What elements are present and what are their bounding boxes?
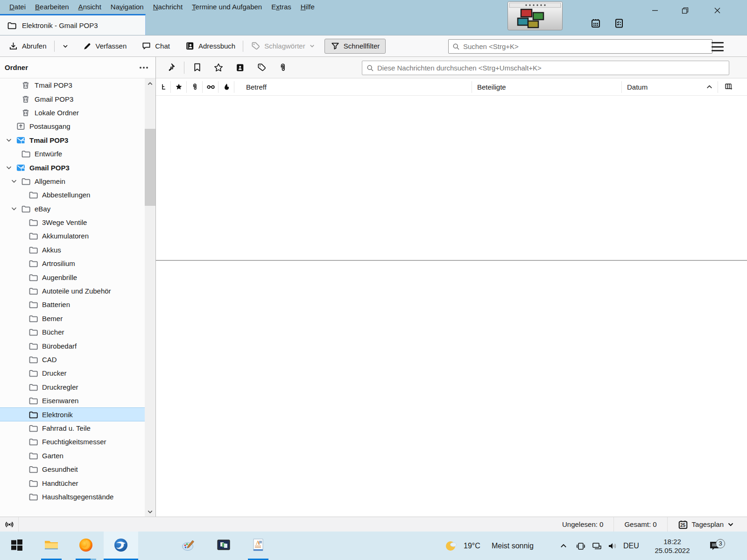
folder-row[interactable]: Eisenwaren [0,394,145,407]
global-search-box[interactable] [448,39,712,54]
sticky-pin-filter-button[interactable] [162,61,178,75]
volume-icon[interactable] [605,532,620,560]
folder-row[interactable]: Autoteile und Zubehör [0,284,145,298]
chat-status-icon[interactable] [0,517,19,532]
weather-description[interactable]: Meist sonnig [492,532,534,560]
folder-row[interactable]: Bücher [0,325,145,339]
folder-row[interactable]: Tmail POP3 [0,78,145,92]
network-icon[interactable] [589,532,604,560]
folder-row[interactable]: Augenbrille [0,270,145,284]
folder-row[interactable]: Akkus [0,243,145,257]
chevron-down-icon[interactable] [6,137,16,143]
global-search-input[interactable] [463,42,708,50]
chevron-down-icon[interactable] [11,205,21,212]
chevron-down-icon[interactable] [11,178,21,184]
sort-ascending-icon[interactable] [701,78,717,95]
read-column-button[interactable] [203,78,218,95]
menu-navigation[interactable]: Navigation [106,1,148,12]
tab-elektronik-gmail-pop3[interactable]: Elektronik - Gmail POP3 [0,14,146,35]
folder-row[interactable]: Feuchtigkeitsmesser [0,435,145,448]
attachment-column-button[interactable] [187,78,203,95]
folder-row[interactable]: Haushaltsgegenstände [0,490,145,504]
compose-button[interactable]: Verfassen [79,39,131,54]
scroll-down-button[interactable] [145,506,155,517]
contact-filter-button[interactable] [232,61,248,75]
folder-row[interactable]: Entwürfe [0,147,145,161]
clock[interactable]: 18:22 25.05.2022 [650,532,695,560]
folder-row[interactable]: CAD [0,353,145,366]
action-center-button[interactable]: 3 [705,532,724,560]
get-messages-dropdown[interactable] [58,40,72,52]
folder-row[interactable]: eBay [0,202,145,216]
show-hidden-icons-button[interactable] [557,532,571,560]
menu-extras[interactable]: Extras [267,1,296,12]
close-button[interactable] [710,4,724,17]
file-explorer-taskbar-button[interactable] [41,532,62,559]
get-messages-button[interactable]: Abrufen [5,38,50,54]
minimize-button[interactable] [648,4,662,17]
folder-row[interactable]: Garten [0,449,145,462]
column-subject[interactable]: Betreff [246,78,267,95]
start-button[interactable] [7,532,27,559]
folder-row[interactable]: Abbestellungen [0,188,145,202]
folder-row[interactable]: Artrosilium [0,257,145,270]
menu-hilfe[interactable]: Hilfe [296,1,319,12]
message-search-box[interactable] [362,61,729,75]
message-search-input[interactable] [377,64,725,72]
folder-pane-scrollbar[interactable] [145,78,155,517]
menu-bearbeiten[interactable]: Bearbeiten [30,1,74,12]
column-date[interactable]: Datum [627,78,648,95]
scroll-up-button[interactable] [145,78,155,89]
menu-ansicht[interactable]: Ansicht [74,1,106,12]
paint-taskbar-button[interactable] [178,532,199,559]
folder-row[interactable]: Elektronik [0,407,145,421]
folder-row[interactable]: Allgemein [0,175,145,188]
thunderbird-taskbar-button[interactable] [104,532,138,559]
app-menu-button[interactable] [711,41,725,52]
restore-button[interactable] [678,4,692,17]
folder-row[interactable]: Bürobedarf [0,339,145,352]
folder-pane-options-button[interactable] [138,64,150,71]
folder-row[interactable]: Bemer [0,312,145,325]
folder-row[interactable]: Gesundheit [0,462,145,476]
folder-row[interactable]: Druckregler [0,380,145,394]
folder-row[interactable]: Drucker [0,366,145,380]
firefox-taskbar-button[interactable] [76,532,96,559]
column-picker-button[interactable] [721,78,737,95]
starred-filter-button[interactable] [211,61,226,75]
chat-button[interactable]: Chat [138,38,174,54]
chevron-down-icon[interactable] [6,164,16,171]
remote-windows-taskbar-button[interactable] [213,532,234,559]
tags-button[interactable]: Schlagwörter [247,38,319,54]
wordpad-taskbar-button[interactable]: A [248,532,268,559]
folder-row[interactable]: Handtücher [0,476,145,490]
folder-row[interactable]: Gmail POP3 [0,161,145,174]
scrollbar-thumb[interactable] [145,129,155,206]
menu-nachricht[interactable]: Nachricht [148,1,187,12]
unread-filter-button[interactable] [189,61,205,75]
menu-datei[interactable]: Datei [5,1,30,12]
quick-filter-toggle-button[interactable]: Schnellfilter [324,39,386,54]
thread-column-button[interactable] [156,78,172,95]
menu-termine-und-aufgaben[interactable]: Termine und Aufgaben [187,1,267,12]
tasks-view-button[interactable] [613,17,626,30]
weather-icon[interactable] [441,532,461,560]
keyboard-language[interactable]: DEU [623,532,639,560]
folder-row[interactable]: Postausgang [0,119,145,133]
folder-row[interactable]: Akkumulatoren [0,229,145,243]
folder-row[interactable]: Tmail POP3 [0,133,145,147]
starred-column-button[interactable] [171,78,187,95]
tag-filter-button[interactable] [254,61,269,75]
folder-row[interactable]: Batterien [0,298,145,311]
folder-row[interactable]: Gmail POP3 [0,92,145,105]
folder-row[interactable]: 3Wege Ventile [0,216,145,229]
addressbook-button[interactable]: Adressbuch [181,38,239,54]
weather-temperature[interactable]: 19°C [464,532,480,560]
column-correspondents[interactable]: Beteiligte [477,78,506,95]
today-pane-toggle[interactable]: 25 Tagesplan [667,517,744,532]
attachment-filter-button[interactable] [275,61,291,75]
calendar-view-button[interactable] [589,17,602,30]
folder-row[interactable]: Lokale Ordner [0,106,145,119]
junk-column-button[interactable] [218,78,234,95]
folder-row[interactable]: Fahrrad u. Teile [0,421,145,435]
